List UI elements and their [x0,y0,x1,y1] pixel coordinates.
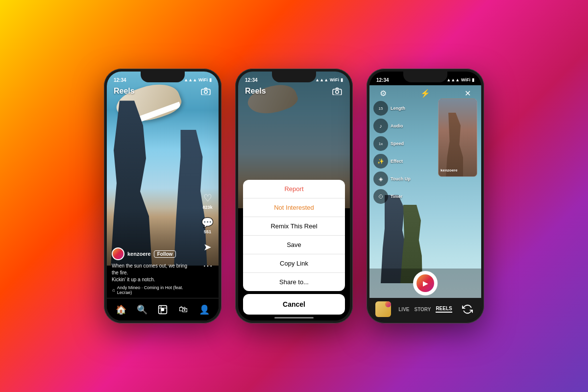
notch-2 [272,72,316,82]
tab-live[interactable]: LIVE [398,307,409,312]
audio-label: Audio [391,123,403,128]
tab-reels[interactable]: REELS [436,306,452,313]
battery-icon-2: ▮ [341,77,343,82]
caption-line2: Kickin' it up a notch. [112,277,155,282]
heart-icon: ♡ [203,192,212,204]
phone-2: 12:34 ▲▲▲ WiFi ▮ Reels [235,69,353,323]
effect-label: Effect [391,159,403,164]
camera-mode-tabs: LIVE STORY REELS [398,306,452,313]
reels-title-2: Reels [245,87,266,96]
status-time-2: 12:34 [245,77,258,83]
menu-not-interested[interactable]: Not Interested [243,198,345,217]
flash-icon: ⚡ [420,89,430,98]
tool-timer: ⏲ Timer [373,189,411,204]
effect-button[interactable]: ✨ [373,154,388,169]
comment-button[interactable]: 💬 551 [201,217,214,234]
touchup-icon: ◈ [379,176,383,182]
more-button[interactable]: ⋯ [203,260,213,271]
tool-touchup: ◈ Touch Up [373,172,411,186]
signal-icon: ▲▲▲ [184,77,197,82]
status-time-3: 12:34 [376,77,389,83]
wifi-icon-3: WiFi [461,77,470,82]
context-menu-sheet: Report Not Interested Remix This Reel Sa… [238,176,350,320]
share-button[interactable]: ➤ [203,241,212,253]
tool-length: 15 Length [373,101,411,116]
signal-icon-3: ▲▲▲ [446,77,460,82]
settings-icon: ⚙ [380,89,387,98]
effect-icon: ✨ [377,158,384,165]
menu-cancel[interactable]: Cancel [243,294,345,315]
audio-icon: ♪ [379,123,382,129]
phone-1: 12:34 ▲▲▲ WiFi ▮ Reels [104,69,221,323]
length-icon: 15 [379,106,383,111]
camera-bottom-tabs: LIVE STORY REELS [369,298,481,320]
music-text-1: Andy Mineo · Coming in Hot (feat. Lecrae… [117,285,194,295]
record-button[interactable]: ▶ [413,271,438,295]
menu-share-to[interactable]: Share to... [243,273,345,291]
notch-3 [403,72,447,82]
reels-header-1: Reels [107,85,219,97]
speed-label: Speed [391,141,404,146]
flip-camera-button[interactable] [460,301,475,317]
nav-search[interactable]: 🔍 [134,302,150,318]
wifi-icon: WiFi [198,77,208,82]
ig-logo: ▶ [423,279,428,287]
menu-report[interactable]: Report [243,180,345,198]
svg-point-3 [161,308,165,311]
touchup-label: Touch Up [391,176,411,181]
record-area: ▶ [369,269,481,298]
nav-profile[interactable]: 👤 [196,302,212,318]
signal-icon-2: ▲▲▲ [315,77,328,82]
tab-story[interactable]: STORY [414,307,431,312]
avatar-1 [112,247,124,260]
notch-1 [141,72,185,82]
timer-button[interactable]: ⏲ [373,189,388,204]
share-icon: ➤ [203,241,212,253]
timer-label: Timer [391,194,402,199]
tool-audio: ♪ Audio [373,119,411,133]
settings-button[interactable]: ⚙ [376,86,390,100]
length-button[interactable]: 15 [373,101,388,116]
close-button[interactable]: ✕ [461,86,474,100]
camera-header: ⚙ ⚡ ✕ [369,86,481,100]
camera-button-2[interactable] [331,85,343,97]
nav-reels[interactable] [155,302,171,318]
speed-icon: 1x [379,142,383,146]
svg-point-1 [204,90,207,93]
flash-button[interactable]: ⚡ [418,86,432,100]
reels-header-2: Reels [238,85,350,97]
svg-point-7 [336,90,339,93]
speed-button[interactable]: 1x [373,136,388,151]
music-note-icon: ♫ [112,288,115,293]
gallery-thumbnail[interactable] [375,301,391,317]
tool-effect: ✨ Effect [373,154,411,169]
like-button[interactable]: ♡ 823k [202,192,212,210]
menu-save[interactable]: Save [243,236,345,254]
timer-icon: ⏲ [378,194,384,199]
nav-home[interactable]: 🏠 [113,302,129,318]
audio-button[interactable]: ♪ [373,119,388,133]
comment-count: 551 [204,229,211,234]
record-inner: ▶ [416,274,434,292]
length-label: Length [391,106,405,111]
status-time-1: 12:34 [114,77,126,83]
follow-button-1[interactable]: Follow [154,250,176,258]
wifi-icon-2: WiFi [330,77,339,82]
username-1: kenzoere [127,251,151,257]
battery-icon-3: ▮ [472,77,474,82]
camera-button-1[interactable] [200,85,212,97]
menu-copy-link[interactable]: Copy Link [243,254,345,273]
thumb-username: kenzoere [441,168,458,172]
bottom-nav-1: 🏠 🔍 🛍 👤 [107,298,219,320]
status-icons-1: ▲▲▲ WiFi ▮ [184,77,212,82]
tool-speed: 1x Speed [373,136,411,151]
touchup-button[interactable]: ◈ [373,172,388,186]
caption-line1: When the sun comes out, we bring the fir… [112,263,187,275]
reel-info-1: kenzoere Follow When the sun comes out, … [112,247,194,295]
nav-shop[interactable]: 🛍 [175,302,191,318]
reels-title-1: Reels [114,87,135,96]
menu-remix[interactable]: Remix This Reel [243,217,345,236]
gallery-badge [385,301,391,307]
tools-panel: 15 Length ♪ Audio 1x Speed ✨ Effe [373,101,411,204]
user-row: kenzoere Follow [112,247,194,260]
